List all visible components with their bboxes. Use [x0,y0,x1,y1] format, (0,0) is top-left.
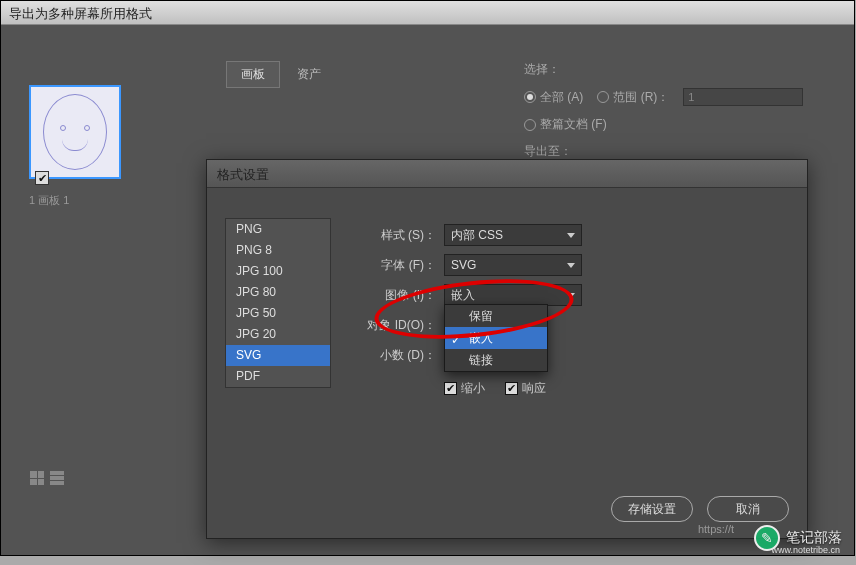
format-item-jpg80[interactable]: JPG 80 [226,282,330,303]
window-title-text: 导出为多种屏幕所用格式 [9,6,152,21]
dialog-title: 格式设置 [207,160,807,188]
export-to-label: 导出至： [524,143,572,160]
image-dropdown-menu: 保留 ✓嵌入 链接 [444,304,548,372]
tab-assets[interactable]: 资产 [282,61,336,88]
chevron-down-icon [567,293,575,298]
tab-bar: 画板 资产 [226,61,336,88]
tab-artboards[interactable]: 画板 [226,61,280,88]
dropdown-item-embed[interactable]: ✓嵌入 [445,327,547,349]
list-view-icon[interactable] [49,470,65,486]
dialog-buttons: 存储设置 取消 [611,496,789,522]
font-select[interactable]: SVG [444,254,582,276]
format-item-jpg100[interactable]: JPG 100 [226,261,330,282]
radio-fulldoc[interactable]: 整篇文档 (F) [524,116,607,133]
preview-face-icon [43,94,107,170]
check-icon: ✓ [451,329,461,351]
decimal-label: 小数 (D)： [362,347,436,364]
artboard-thumbnail-1[interactable]: ✔ [29,85,121,179]
format-settings-dialog: 格式设置 PNG PNG 8 JPG 100 JPG 80 JPG 50 JPG… [206,159,808,539]
font-label: 字体 (F)： [362,257,436,274]
chevron-down-icon [567,233,575,238]
artboard-thumbnail-area: ✔ 1 画板 1 [29,85,121,208]
radio-range[interactable]: 范围 (R)： [597,89,669,106]
radio-all[interactable]: 全部 (A) [524,89,583,106]
format-list: PNG PNG 8 JPG 100 JPG 80 JPG 50 JPG 20 S… [225,218,331,388]
window-body: 画板 资产 ✔ 1 画板 1 选择： 全部 (A) 范围 (R)： [1,25,854,555]
responsive-checkbox[interactable]: ✔响应 [505,380,546,397]
format-item-png[interactable]: PNG [226,219,330,240]
grid-view-icon[interactable] [29,470,45,486]
view-mode-icons [29,470,65,486]
window-title: 导出为多种屏幕所用格式 [1,1,854,25]
format-item-png8[interactable]: PNG 8 [226,240,330,261]
style-select[interactable]: 内部 CSS [444,224,582,246]
dropdown-item-keep[interactable]: 保留 [445,305,547,327]
chevron-down-icon [567,263,575,268]
dropdown-item-link[interactable]: 链接 [445,349,547,371]
select-label: 选择： [524,61,560,78]
style-label: 样式 (S)： [362,227,436,244]
artboard-thumb-checkbox[interactable]: ✔ [35,171,49,185]
watermark-url: www.notetribe.cn [771,545,840,555]
export-window: 导出为多种屏幕所用格式 画板 资产 ✔ 1 画板 1 选择： 全部 (A) 范围… [0,0,855,556]
save-button[interactable]: 存储设置 [611,496,693,522]
object-id-label: 对象 ID(O)： [362,317,436,334]
format-item-jpg20[interactable]: JPG 20 [226,324,330,345]
image-select[interactable]: 嵌入 [444,284,582,306]
range-input[interactable] [683,88,803,106]
format-item-svg[interactable]: SVG [226,345,330,366]
image-label: 图像 (I)： [362,287,436,304]
url-fragment: https://t [698,523,734,535]
minify-checkbox[interactable]: ✔缩小 [444,380,485,397]
selection-options: 选择： 全部 (A) 范围 (R)： 整篇文档 (F) 导出至： [524,61,803,170]
format-item-jpg50[interactable]: JPG 50 [226,303,330,324]
svg-form: 样式 (S)： 内部 CSS 字体 (F)： SVG [362,220,782,397]
cancel-button[interactable]: 取消 [707,496,789,522]
artboard-label: 1 画板 1 [29,193,121,208]
format-item-pdf[interactable]: PDF [226,366,330,387]
dialog-body: PNG PNG 8 JPG 100 JPG 80 JPG 50 JPG 20 S… [207,188,807,538]
